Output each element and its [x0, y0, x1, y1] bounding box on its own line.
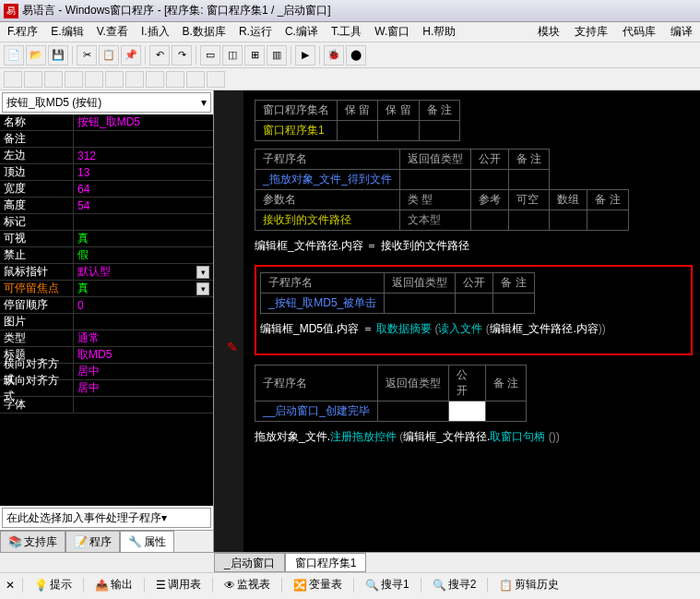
align11-icon[interactable]: [207, 71, 225, 88]
property-value[interactable]: 0: [74, 297, 213, 313]
property-row[interactable]: 标记: [0, 214, 213, 231]
property-value[interactable]: 54: [74, 198, 213, 213]
debug-icon[interactable]: 🐞: [324, 45, 344, 66]
code-editor[interactable]: ✎ 窗口程序集名保 留保 留备 注 窗口程序集1 子程序名返回值类型公开备 注 …: [214, 90, 700, 552]
cut-icon[interactable]: ✂: [77, 45, 97, 66]
property-row[interactable]: 纵向对齐方式居中: [0, 380, 213, 397]
property-row[interactable]: 备注: [0, 131, 213, 148]
property-row[interactable]: 禁止假: [0, 247, 213, 264]
bottom-cliphist[interactable]: 📋 剪辑历史: [495, 577, 563, 593]
property-value[interactable]: 居中: [74, 380, 213, 396]
align9-icon[interactable]: [166, 71, 184, 88]
menu-view[interactable]: V.查看: [93, 24, 132, 40]
menu-module[interactable]: 模块: [534, 24, 564, 40]
bottom-vars[interactable]: 🔀 变量表: [290, 577, 346, 593]
property-row[interactable]: 停留顺序0: [0, 297, 213, 314]
tab-program[interactable]: 📝 程序: [65, 531, 120, 552]
layout4-icon[interactable]: ▥: [267, 45, 287, 66]
dropdown-icon[interactable]: ▾: [196, 282, 209, 295]
tab-property[interactable]: 🔧 属性: [120, 531, 174, 552]
menu-support[interactable]: 支持库: [571, 24, 611, 40]
redo-icon[interactable]: ↷: [172, 45, 192, 66]
property-value[interactable]: 按钮_取MD5: [74, 114, 213, 130]
property-value[interactable]: [74, 131, 213, 147]
object-selector[interactable]: 按钮_取MD5 (按钮) ▾: [2, 92, 211, 113]
property-table[interactable]: 名称按钮_取MD5备注左边312顶边13宽度64高度54标记可视真禁止假鼠标指针…: [0, 114, 213, 506]
property-row[interactable]: 鼠标指针默认型▾: [0, 264, 213, 281]
bottom-callstack[interactable]: ☰ 调用表: [152, 577, 205, 593]
menu-run[interactable]: R.运行: [235, 24, 276, 40]
menu-compile2[interactable]: 编译: [667, 24, 696, 40]
menu-file[interactable]: F.程序: [4, 24, 42, 40]
event-selector[interactable]: 在此处选择加入事件处理子程序 ▾: [2, 508, 211, 528]
property-row[interactable]: 类型通常: [0, 330, 213, 347]
window-title: 易语言 - Windows窗口程序 - [程序集: 窗口程序集1 / _启动窗口…: [22, 3, 331, 18]
align3-icon[interactable]: [44, 71, 63, 88]
break-icon[interactable]: ⬤: [346, 45, 366, 66]
menu-edit[interactable]: E.编辑: [47, 24, 87, 40]
align2-icon[interactable]: [24, 71, 42, 88]
dropdown-icon[interactable]: ▾: [196, 266, 209, 279]
property-row[interactable]: 左边312: [0, 148, 213, 164]
copy-icon[interactable]: 📋: [99, 45, 119, 66]
layout3-icon[interactable]: ⊞: [244, 45, 265, 66]
property-row[interactable]: 名称按钮_取MD5: [0, 114, 213, 131]
bottom-watch[interactable]: 👁 监视表: [220, 577, 274, 593]
dropdown-icon: ▾: [161, 511, 167, 524]
layout1-icon[interactable]: ▭: [200, 45, 220, 66]
property-row[interactable]: 可停留焦点真▾: [0, 281, 213, 297]
property-value[interactable]: 通常: [74, 330, 213, 346]
property-value[interactable]: [74, 397, 213, 413]
layout2-icon[interactable]: ◫: [222, 45, 243, 66]
property-value[interactable]: 默认型▾: [74, 264, 213, 280]
property-row[interactable]: 宽度64: [0, 181, 213, 198]
editor-tabs: _启动窗口 窗口程序集1: [0, 552, 700, 572]
property-value[interactable]: [74, 314, 213, 329]
save-icon[interactable]: 💾: [48, 45, 68, 66]
property-row[interactable]: 图片: [0, 314, 213, 330]
bottom-search2[interactable]: 🔍 搜寻2: [429, 577, 481, 593]
tab-support-lib[interactable]: 📚 支持库: [0, 531, 65, 552]
property-value[interactable]: 居中: [74, 364, 213, 379]
bottom-search1[interactable]: 🔍 搜寻1: [362, 577, 413, 593]
menu-insert[interactable]: I.插入: [137, 24, 173, 40]
bottom-tip[interactable]: 💡 提示: [30, 577, 76, 593]
property-value[interactable]: 取MD5: [74, 347, 213, 363]
property-row[interactable]: 可视真: [0, 231, 213, 247]
paste-icon[interactable]: 📌: [121, 45, 141, 66]
menu-database[interactable]: B.数据库: [179, 24, 230, 40]
tab-startup-window[interactable]: _启动窗口: [214, 553, 285, 572]
property-value[interactable]: [74, 214, 213, 230]
undo-icon[interactable]: ↶: [149, 45, 170, 66]
property-row[interactable]: 高度54: [0, 198, 213, 214]
property-value[interactable]: 13: [74, 164, 213, 180]
bottom-toolbar: ✕ 💡 提示 📤 输出 ☰ 调用表 👁 监视表 🔀 变量表 🔍 搜寻1 🔍 搜寻…: [0, 572, 700, 596]
menu-window[interactable]: W.窗口: [371, 24, 413, 40]
property-value[interactable]: 真▾: [74, 281, 213, 296]
tab-module[interactable]: 窗口程序集1: [285, 553, 367, 572]
menu-compile[interactable]: C.编译: [281, 24, 322, 40]
property-label: 名称: [0, 114, 74, 130]
align5-icon[interactable]: [85, 71, 103, 88]
close-bottom-icon[interactable]: ✕: [6, 579, 15, 592]
align7-icon[interactable]: [125, 71, 144, 88]
bottom-output[interactable]: 📤 输出: [91, 577, 136, 593]
menu-codebase[interactable]: 代码库: [619, 24, 659, 40]
open-icon[interactable]: 📂: [26, 45, 46, 66]
menu-tools[interactable]: T.工具: [327, 24, 365, 40]
new-icon[interactable]: 📄: [4, 45, 24, 66]
align1-icon[interactable]: [4, 71, 22, 88]
highlighted-sub: 子程序名返回值类型公开备 注 _按钮_取MD5_被单击 编辑框_MD5值.内容 …: [255, 265, 693, 355]
property-value[interactable]: 64: [74, 181, 213, 197]
align8-icon[interactable]: [146, 71, 164, 88]
property-value[interactable]: 假: [74, 247, 213, 263]
menu-help[interactable]: H.帮助: [419, 24, 459, 40]
run-icon[interactable]: ▶: [295, 45, 315, 66]
property-value[interactable]: 312: [74, 148, 213, 163]
property-row[interactable]: 顶边13: [0, 164, 213, 181]
align6-icon[interactable]: [105, 71, 124, 88]
property-value[interactable]: 真: [74, 231, 213, 246]
align4-icon[interactable]: [65, 71, 83, 88]
align10-icon[interactable]: [186, 71, 205, 88]
property-row[interactable]: 字体: [0, 397, 213, 413]
